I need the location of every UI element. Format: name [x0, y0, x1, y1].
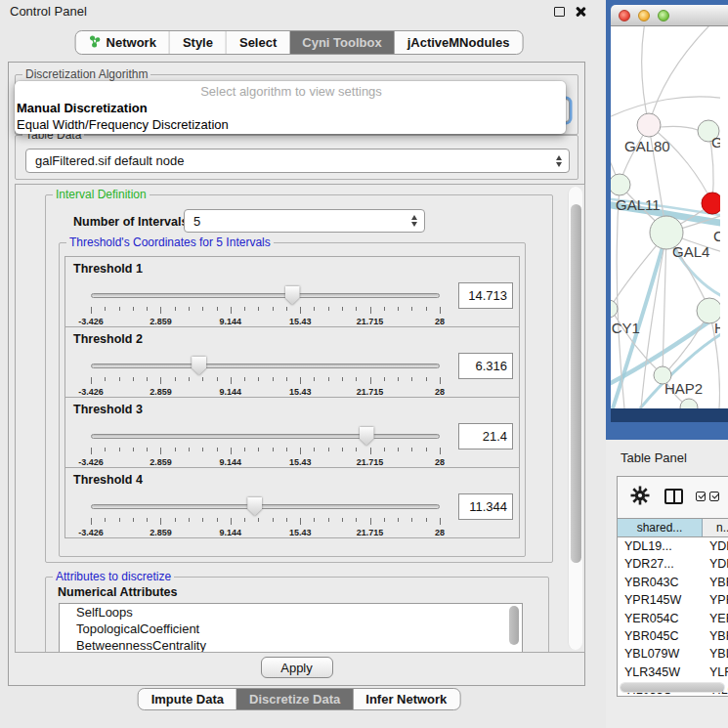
network-view-window: GAL80GACGAL11GAL4GCY1HHAP2 [611, 5, 728, 408]
threshold-slider[interactable]: -3.4262.8599.14415.4321.71528 [91, 286, 440, 325]
tick-label: 9.144 [220, 387, 242, 397]
algorithm-option[interactable]: Equal Width/Frequency Discretization [15, 116, 566, 133]
threshold-row: Threshold 4 -3.4262.8599.14415.4321.7152… [64, 467, 520, 538]
thresholds-group: Threshold's Coordinates for 5 Intervals … [59, 242, 526, 557]
threshold-slider[interactable]: -3.4262.8599.14415.4321.71528 [91, 497, 440, 536]
attribute-list-item[interactable]: BetweennessCentrality [60, 637, 522, 653]
bottom-tab-bar: Impute DataDiscretize DataInfer Network [138, 688, 461, 710]
close-icon[interactable] [575, 6, 586, 18]
table-row[interactable]: YDR27... YDR2... [618, 555, 728, 573]
slider-handle[interactable] [285, 286, 300, 305]
slider-handle[interactable] [247, 497, 262, 516]
tick-label: 9.144 [220, 317, 242, 326]
network-node[interactable] [611, 174, 630, 195]
apply-button[interactable]: Apply [261, 657, 333, 678]
slider-track[interactable] [91, 504, 440, 509]
network-node-label: GCY1 [611, 320, 640, 336]
network-node-label: C [713, 228, 720, 244]
numerical-attributes-list[interactable]: SelfLoopsTopologicalCoefficientBetweenne… [59, 603, 523, 653]
network-window-titlebar[interactable] [611, 5, 728, 26]
tab-select[interactable]: Select [226, 31, 289, 54]
slider-track[interactable] [91, 434, 440, 439]
float-window-icon[interactable] [554, 7, 565, 17]
slider-handle[interactable] [192, 357, 206, 375]
zoom-traffic-light-icon[interactable] [658, 10, 669, 21]
network-node-label: GA [711, 134, 720, 150]
right-region: GAL80GACGAL11GAL4GCY1HHAP2 Table Panel [598, 0, 728, 728]
table-data-selected-value: galFiltered.sif default node [35, 153, 184, 168]
tick-label: 21.715 [357, 387, 384, 397]
close-traffic-light-icon[interactable] [619, 10, 630, 21]
minimize-traffic-light-icon[interactable] [638, 10, 650, 21]
table-row[interactable]: YBR043C YBR0... [618, 574, 728, 591]
table-row[interactable]: YER054C YER0... [618, 610, 728, 627]
tab-style[interactable]: Style [169, 31, 226, 54]
tick-label: 2.859 [150, 387, 172, 397]
number-of-intervals-label: Number of Intervals [73, 215, 188, 229]
attribute-list-item[interactable]: TopologicalCoefficient [60, 621, 522, 637]
slider-handle[interactable] [360, 427, 374, 446]
numerical-attributes-label: Numerical Attributes [58, 585, 177, 599]
threshold-value-field[interactable]: 21.4 [458, 423, 513, 450]
threshold-value-field[interactable]: 6.316 [458, 353, 513, 379]
table-data-combobox[interactable]: galFiltered.sif default node [25, 149, 570, 173]
network-node[interactable] [702, 193, 720, 214]
network-node[interactable] [611, 300, 618, 318]
table-row[interactable]: YDL19... YDL1... [618, 537, 728, 555]
network-node-label: H [714, 320, 720, 336]
tick-label: 28 [435, 457, 445, 467]
network-node[interactable] [680, 399, 698, 408]
checkbox-icon[interactable] [696, 492, 706, 501]
slider-ticks [91, 518, 440, 526]
column-header-name[interactable]: n... [703, 519, 728, 536]
table-row[interactable]: YBR045C YBR0... [618, 627, 728, 645]
tick-label: 28 [435, 528, 445, 537]
threshold-label: Threshold 3 [73, 403, 143, 416]
slider-tick-labels: -3.4262.8599.14415.4321.71528 [91, 528, 440, 537]
control-panel: Control Panel NetworkStyleSelectCyni Too… [0, 0, 598, 728]
tick-label: 21.715 [357, 317, 384, 326]
algorithm-option[interactable]: Select algorithm to view settings [15, 83, 566, 100]
tick-label: 21.715 [357, 457, 384, 467]
slider-tick-labels: -3.4262.8599.14415.4321.71528 [91, 457, 440, 467]
tick-label: -3.426 [78, 387, 104, 397]
tab-jactivemnodules[interactable]: jActiveMNodules [395, 31, 523, 54]
checkbox-icon[interactable] [709, 492, 719, 501]
tick-label: -3.426 [78, 457, 104, 467]
tab-network[interactable]: Network [76, 31, 169, 54]
network-canvas[interactable]: GAL80GACGAL11GAL4GCY1HHAP2 [611, 26, 728, 408]
attribute-list-item[interactable]: SelfLoops [60, 604, 522, 621]
column-header-shared-name[interactable]: shared... [618, 519, 703, 536]
threshold-row: Threshold 2 -3.4262.8599.14415.4321.7152… [64, 326, 520, 398]
slider-track[interactable] [91, 293, 440, 298]
tab-cyni-toolbox[interactable]: Cyni Toolbox [289, 31, 394, 54]
threshold-rows: Threshold 1 -3.4262.8599.14415.4321.7152… [64, 256, 520, 538]
panel-vertical-scrollbar[interactable] [568, 187, 582, 650]
tab-infer-network[interactable]: Infer Network [353, 689, 459, 709]
slider-track[interactable] [91, 364, 440, 368]
threshold-value-field[interactable]: 11.344 [458, 493, 513, 520]
table-horizontal-scrollbar[interactable] [621, 683, 724, 692]
gear-icon[interactable] [630, 486, 650, 505]
split-columns-icon[interactable] [664, 489, 683, 504]
tab-discretize-data[interactable]: Discretize Data [236, 689, 353, 709]
attributes-list-scrollbar[interactable] [508, 606, 520, 651]
table-panel-region: Table Panel [606, 440, 728, 728]
interval-definition-group: Interval Definition Number of Intervals … [45, 194, 553, 563]
network-node[interactable] [637, 113, 661, 137]
control-panel-title-bar: Control Panel [0, 0, 598, 21]
table-row[interactable]: YPR145W YPR1... [618, 591, 728, 609]
threshold-slider[interactable]: -3.4262.8599.14415.4321.71528 [91, 427, 440, 466]
tick-label: 28 [435, 387, 445, 397]
network-node-label: HAP2 [664, 380, 703, 397]
threshold-slider[interactable]: -3.4262.8599.14415.4321.71528 [91, 357, 440, 396]
tab-impute-data[interactable]: Impute Data [139, 689, 236, 709]
table-row[interactable]: YBL079W YBL0... [618, 645, 728, 663]
tick-label: 21.715 [357, 528, 384, 537]
tick-label: 2.859 [150, 528, 172, 537]
number-of-intervals-combobox[interactable]: 5 [184, 209, 425, 233]
table-toolbar [618, 477, 728, 518]
threshold-value-field[interactable]: 14.713 [458, 282, 513, 309]
table-row[interactable]: YLR345W YLR3... [618, 664, 728, 681]
algorithm-option[interactable]: Manual Discretization [15, 100, 566, 116]
